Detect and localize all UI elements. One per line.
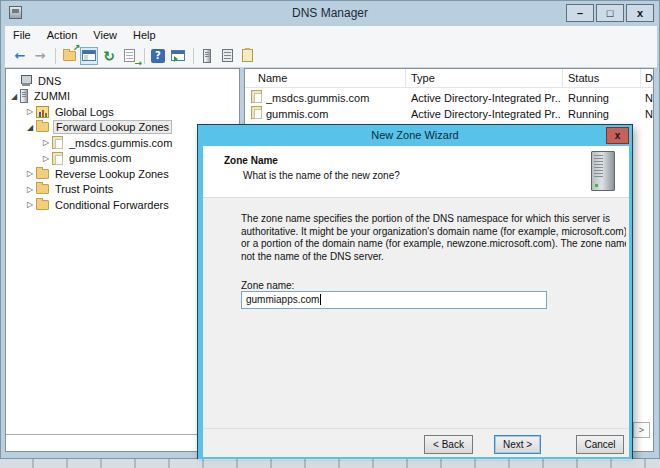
help-icon[interactable]: ? [149,47,167,65]
tree-item-zummi[interactable]: ◢ ZUMMI [6,89,239,105]
server-icon [20,89,28,103]
zone-name-description: The zone name specifies the portion of t… [241,213,626,263]
dialog-close-button[interactable]: x [606,127,629,144]
twisty-icon[interactable]: ◢ [24,123,36,132]
zone-icon [52,136,63,149]
zone-icon [251,106,262,119]
next-button[interactable]: Next > [494,435,541,454]
twisty-icon[interactable]: ▷ [24,169,36,178]
column-header-status[interactable]: Status [563,69,641,88]
zone-name-input[interactable]: gummiapps.com [241,291,547,309]
wizard-heading: Zone Name [224,155,278,166]
twisty-icon[interactable]: ◢ [8,92,20,101]
column-header-name[interactable]: Name [245,69,406,88]
twisty-icon[interactable]: ▷ [24,107,36,116]
global-logs-icon [36,106,49,118]
menu-view[interactable]: View [85,27,125,43]
menu-bar: File Action View Help [5,26,657,44]
toolbar-separator [144,48,145,64]
forward-icon[interactable]: → [31,47,49,65]
dns-root-icon [20,75,32,87]
zone-icon [52,152,63,165]
window-title: DNS Manager [1,1,659,25]
close-button[interactable]: x [626,4,654,22]
text-caret [320,294,321,305]
table-row[interactable]: gummis.com Active Directory-Integrated P… [245,106,653,121]
server-tower-icon [591,151,615,191]
show-hide-console-tree-icon[interactable] [80,47,98,65]
folder-icon [36,184,49,194]
folder-icon [36,169,49,179]
column-header-type[interactable]: Type [406,69,563,88]
twisty-icon[interactable]: ▷ [24,185,36,194]
folder-icon [36,122,49,132]
new-window-icon[interactable] [169,47,187,65]
scroll-right-arrow[interactable]: > [633,422,650,438]
column-header-dnssec[interactable]: D [641,69,653,88]
toolbar: ← → ↗ ↻ → ? [5,44,657,68]
back-icon[interactable]: ← [11,47,29,65]
twisty-icon[interactable]: ▷ [40,138,52,147]
dialog-title[interactable]: New Zone Wizard [198,125,632,146]
toolbar-separator [193,48,194,64]
refresh-icon[interactable]: ↻ [100,47,118,65]
menu-action[interactable]: Action [39,27,86,43]
wizard-subheading: What is the name of the new zone? [243,170,400,181]
dialog-button-bar [203,428,629,457]
twisty-icon[interactable]: ▷ [24,200,36,209]
menu-file[interactable]: File [5,27,39,43]
minimize-button[interactable]: – [566,4,594,22]
wizard-body: The zone name specifies the portion of t… [203,198,629,457]
wizard-header: Zone Name What is the name of the new zo… [203,146,629,198]
tree-item-global-logs[interactable]: ▷ Global Logs [6,104,239,120]
table-row[interactable]: _msdcs.gummis.com Active Directory-Integ… [245,90,653,105]
new-zone-wizard-dialog: New Zone Wizard x Zone Name What is the … [197,124,633,461]
zone-icon [251,90,262,103]
title-bar[interactable]: DNS Manager – □ x [1,1,659,25]
list-view-icon[interactable] [218,47,236,65]
twisty-icon[interactable]: ▷ [40,154,52,163]
cancel-button[interactable]: Cancel [576,435,624,454]
up-one-level-icon[interactable]: ↗ [60,47,78,65]
clipboard-icon[interactable] [238,47,256,65]
zone-name-label: Zone name: [241,280,294,291]
back-button[interactable]: < Back [424,435,473,454]
toolbar-separator [55,48,56,64]
folder-icon [36,200,49,210]
server-icon[interactable] [198,47,216,65]
tree-item-dns[interactable]: DNS [6,73,239,89]
background-strip [0,459,660,468]
menu-help[interactable]: Help [125,27,164,43]
maximize-button[interactable]: □ [596,4,624,22]
list-header: Name Type Status D [245,69,653,88]
export-list-icon[interactable]: → [120,47,138,65]
scrollbar-track[interactable] [633,438,650,451]
